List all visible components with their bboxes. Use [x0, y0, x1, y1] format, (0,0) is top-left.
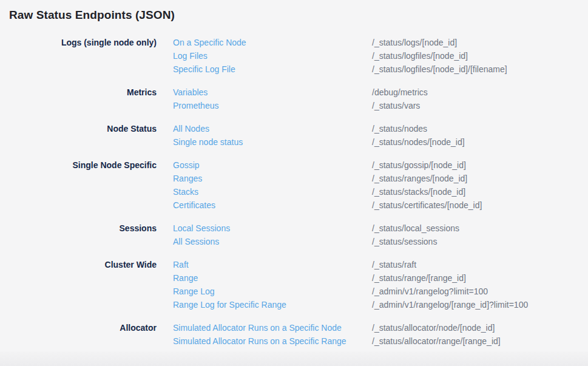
section-rows: On a Specific Node /_status/logs/[node_i… — [157, 36, 588, 76]
endpoint-link[interactable]: Ranges — [173, 172, 372, 185]
endpoint-link[interactable]: Simulated Allocator Runs on a Specific R… — [173, 334, 372, 348]
endpoint-row: Specific Log File /_status/logfiles/[nod… — [157, 63, 588, 76]
section-label: Logs (single node only) — [0, 36, 157, 49]
endpoint-path: /_status/sessions — [372, 235, 437, 248]
endpoint-path: /_status/range/[range_id] — [372, 271, 466, 285]
endpoint-link[interactable]: Single node status — [173, 135, 372, 149]
endpoint-path: /_status/logfiles/[node_id] — [372, 49, 468, 63]
section-label: Single Node Specific — [0, 158, 157, 172]
endpoint-link[interactable]: All Sessions — [173, 235, 372, 248]
endpoint-sections: Logs (single node only) On a Specific No… — [0, 36, 588, 348]
section-label: Cluster Wide — [0, 258, 157, 271]
endpoint-row: Ranges /_status/ranges/[node_id] — [157, 172, 588, 185]
endpoint-path: /_status/raft — [372, 258, 416, 271]
page-title: Raw Status Endpoints (JSON) — [9, 7, 588, 23]
endpoint-link[interactable]: Range Log for Specific Range — [173, 298, 372, 311]
endpoint-row: Log Files /_status/logfiles/[node_id] — [157, 49, 588, 63]
section-label: Allocator — [0, 321, 157, 334]
section-rows: Variables /debug/metrics Prometheus /_st… — [157, 86, 588, 112]
endpoint-path: /debug/metrics — [372, 86, 428, 99]
endpoint-row: Raft /_status/raft — [157, 258, 588, 271]
endpoint-link[interactable]: Range Log — [173, 285, 372, 298]
endpoint-path: /_status/nodes/[node_id] — [372, 135, 465, 149]
endpoint-path: /_status/stacks/[node_id] — [372, 185, 465, 198]
endpoint-link[interactable]: Raft — [173, 258, 372, 271]
endpoint-link[interactable]: Specific Log File — [173, 63, 372, 76]
endpoint-path: /_status/ranges/[node_id] — [372, 172, 467, 185]
section-label: Metrics — [0, 86, 157, 99]
debug-endpoints-page: Raw Status Endpoints (JSON) Logs (single… — [0, 0, 588, 366]
endpoint-row: Stacks /_status/stacks/[node_id] — [157, 185, 588, 198]
endpoint-section: Logs (single node only) On a Specific No… — [0, 36, 588, 76]
endpoint-row: Certificates /_status/certificates/[node… — [157, 198, 588, 212]
endpoint-link[interactable]: Variables — [173, 86, 372, 99]
endpoint-section: Allocator Simulated Allocator Runs on a … — [0, 321, 588, 348]
footer-strip — [0, 351, 588, 366]
endpoint-link[interactable]: Range — [173, 271, 372, 285]
endpoint-path: /_status/gossip/[node_id] — [372, 158, 466, 172]
endpoint-row: Single node status /_status/nodes/[node_… — [157, 135, 588, 149]
endpoint-row: Simulated Allocator Runs on a Specific R… — [157, 334, 588, 348]
endpoint-path: /_status/logs/[node_id] — [372, 36, 457, 49]
endpoint-link[interactable]: Stacks — [173, 185, 372, 198]
endpoint-section: Cluster Wide Raft /_status/raft Range /_… — [0, 258, 588, 311]
endpoint-link[interactable]: Certificates — [173, 198, 372, 212]
section-label: Node Status — [0, 122, 157, 135]
endpoint-path: /_status/allocator/node/[node_id] — [372, 321, 495, 334]
endpoint-path: /_status/nodes — [372, 122, 427, 135]
endpoint-path: /_status/vars — [372, 99, 420, 112]
endpoint-link[interactable]: Gossip — [173, 158, 372, 172]
endpoint-section: Node Status All Nodes /_status/nodes Sin… — [0, 122, 588, 149]
endpoint-row: Range /_status/range/[range_id] — [157, 271, 588, 285]
endpoint-row: On a Specific Node /_status/logs/[node_i… — [157, 36, 588, 49]
endpoint-link[interactable]: On a Specific Node — [173, 36, 372, 49]
endpoint-link[interactable]: Local Sessions — [173, 222, 372, 235]
endpoint-row: Range Log for Specific Range /_admin/v1/… — [157, 298, 588, 311]
endpoint-row: Range Log /_admin/v1/rangelog?limit=100 — [157, 285, 588, 298]
endpoint-section: Sessions Local Sessions /_status/local_s… — [0, 222, 588, 248]
section-label: Sessions — [0, 222, 157, 235]
endpoint-path: /_admin/v1/rangelog?limit=100 — [372, 285, 488, 298]
section-rows: All Nodes /_status/nodes Single node sta… — [157, 122, 588, 149]
section-rows: Simulated Allocator Runs on a Specific N… — [157, 321, 588, 348]
section-rows: Local Sessions /_status/local_sessions A… — [157, 222, 588, 248]
endpoint-link[interactable]: Prometheus — [173, 99, 372, 112]
endpoint-row: All Nodes /_status/nodes — [157, 122, 588, 135]
endpoint-path: /_status/allocator/range/[range_id] — [372, 334, 501, 348]
endpoint-path: /_status/certificates/[node_id] — [372, 198, 482, 212]
endpoint-section: Single Node Specific Gossip /_status/gos… — [0, 158, 588, 212]
endpoint-row: All Sessions /_status/sessions — [157, 235, 588, 248]
endpoint-row: Local Sessions /_status/local_sessions — [157, 222, 588, 235]
endpoint-link[interactable]: Simulated Allocator Runs on a Specific N… — [173, 321, 372, 334]
endpoint-row: Gossip /_status/gossip/[node_id] — [157, 158, 588, 172]
endpoint-path: /_admin/v1/rangelog/[range_id]?limit=100 — [372, 298, 528, 311]
endpoint-row: Simulated Allocator Runs on a Specific N… — [157, 321, 588, 334]
endpoint-section: Metrics Variables /debug/metrics Prometh… — [0, 86, 588, 112]
endpoint-path: /_status/logfiles/[node_id]/[filename] — [372, 63, 507, 76]
endpoint-link[interactable]: All Nodes — [173, 122, 372, 135]
endpoint-row: Prometheus /_status/vars — [157, 99, 588, 112]
endpoint-row: Variables /debug/metrics — [157, 86, 588, 99]
endpoint-path: /_status/local_sessions — [372, 222, 459, 235]
endpoint-link[interactable]: Log Files — [173, 49, 372, 63]
section-rows: Raft /_status/raft Range /_status/range/… — [157, 258, 588, 311]
section-rows: Gossip /_status/gossip/[node_id] Ranges … — [157, 158, 588, 212]
